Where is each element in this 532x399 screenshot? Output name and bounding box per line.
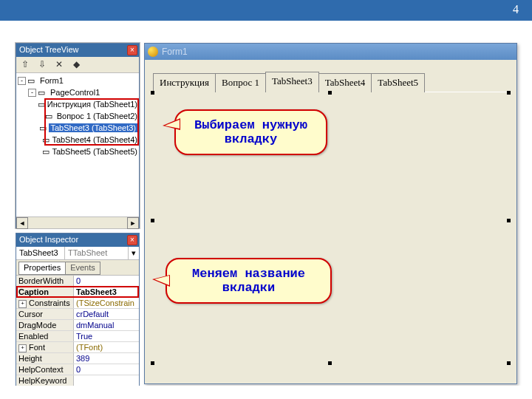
chevron-down-icon[interactable]: ▾ bbox=[128, 247, 139, 259]
treeview-body[interactable]: -▭Form1-▭PageControl1▭Инструкция (TabShe… bbox=[16, 73, 139, 216]
inspector-row-helptype[interactable]: HelpTypehtContext bbox=[16, 386, 139, 398]
inspector-prop-value[interactable]: 0 bbox=[74, 364, 139, 375]
tree-item-label: Вопрос 1 (TabSheet2) bbox=[57, 112, 137, 120]
page-icon: ▭ bbox=[42, 135, 50, 144]
close-icon[interactable]: × bbox=[127, 45, 137, 55]
inspector-prop-value[interactable] bbox=[74, 375, 139, 386]
selection-handle[interactable] bbox=[151, 361, 154, 365]
selection-handle[interactable] bbox=[151, 91, 154, 95]
inspector-prop-name: DragMode bbox=[16, 320, 74, 330]
tab-events[interactable]: Events bbox=[65, 262, 100, 275]
inspector-prop-value[interactable]: True bbox=[74, 331, 139, 341]
inspector-row-helpcontext[interactable]: HelpContext0 bbox=[16, 364, 139, 375]
inspector-object-class: TTabSheet bbox=[65, 247, 128, 259]
page-icon: ▭ bbox=[45, 112, 54, 120]
inspector-prop-value[interactable]: htContext bbox=[74, 386, 139, 397]
inspector-object-name: TabSheet3 bbox=[16, 247, 65, 259]
tree-item-form1[interactable]: -▭Form1 bbox=[18, 75, 137, 86]
inspector-prop-name: Constraints bbox=[16, 298, 74, 308]
selection-handle[interactable] bbox=[507, 219, 511, 222]
toolbar-btn-1[interactable]: ⇧ bbox=[18, 58, 33, 71]
scroll-left-icon[interactable]: ◄ bbox=[16, 217, 28, 229]
selection-handle[interactable] bbox=[328, 91, 332, 95]
tab-properties[interactable]: Properties bbox=[18, 262, 66, 275]
callout-tail-fill bbox=[154, 276, 169, 285]
tree-item-tabsheet5[interactable]: ▭TabSheet5 (TabSheet5) bbox=[18, 146, 137, 157]
tree-item-label: TabSheet3 (TabSheet3) bbox=[49, 123, 137, 132]
toolbar-btn-2[interactable]: ⇩ bbox=[35, 58, 50, 71]
object-treeview-title: Object TreeView bbox=[19, 45, 79, 54]
inspector-prop-value[interactable]: (TSizeConstrain bbox=[74, 298, 139, 308]
form-designer-window: Form1 ИнструкцияВопрос 1TabSheet3TabShee… bbox=[144, 43, 517, 384]
form-tab-0[interactable]: Инструкция bbox=[153, 73, 216, 92]
inspector-prop-name: Height bbox=[16, 353, 74, 364]
treeview-h-scrollbar[interactable]: ◄ ► bbox=[16, 216, 139, 228]
form-tab-1[interactable]: Вопрос 1 bbox=[215, 73, 266, 92]
tree-item-label: TabSheet5 (TabSheet5) bbox=[52, 147, 137, 156]
inspector-prop-name: HelpType bbox=[16, 386, 74, 397]
inspector-row-cursor[interactable]: CursorcrDefault bbox=[16, 309, 139, 320]
tree-item-label: Form1 bbox=[40, 76, 64, 85]
inspector-property-grid[interactable]: BorderWidth0CaptionTabSheet3Constraints(… bbox=[16, 275, 139, 398]
tree-item-label: Инструкция (TabSheet1) bbox=[47, 100, 137, 109]
selection-handle[interactable] bbox=[507, 361, 511, 365]
slide-title-bar: 4 bbox=[0, 0, 532, 21]
page-control-tabs: ИнструкцияВопрос 1TabSheet3TabSheet4TabS… bbox=[153, 70, 509, 92]
object-inspector-panel: Object Inspector × TabSheet3 TTabSheet ▾… bbox=[16, 233, 140, 386]
tree-item-tabsheet4[interactable]: ▭TabSheet4 (TabSheet4) bbox=[18, 134, 137, 146]
close-icon[interactable]: × bbox=[127, 235, 137, 245]
callout-rename-tab: Меняем название вкладки bbox=[166, 258, 332, 304]
form-icon bbox=[148, 47, 158, 57]
inspector-row-constraints[interactable]: Constraints(TSizeConstrain bbox=[16, 298, 139, 309]
form-tab-2[interactable]: TabSheet3 bbox=[265, 72, 319, 92]
tree-expander-icon[interactable]: - bbox=[18, 77, 26, 85]
page-icon: ▭ bbox=[38, 100, 45, 109]
inspector-row-font[interactable]: Font(TFont) bbox=[16, 342, 139, 353]
tree-item-tabsheet3[interactable]: ▭TabSheet3 (TabSheet3) bbox=[18, 122, 137, 134]
scroll-right-icon[interactable]: ► bbox=[127, 217, 139, 229]
inspector-prop-value[interactable]: 0 bbox=[74, 276, 139, 286]
toolbar-btn-3[interactable]: ✕ bbox=[52, 58, 66, 71]
inspector-row-enabled[interactable]: EnabledTrue bbox=[16, 331, 139, 342]
treeview-toolbar: ⇧ ⇩ ✕ ◆ bbox=[16, 57, 139, 73]
form-tab-3[interactable]: TabSheet4 bbox=[318, 73, 372, 92]
inspector-tabs: Properties Events bbox=[16, 260, 139, 275]
inspector-prop-name: BorderWidth bbox=[16, 276, 74, 286]
inspector-row-caption[interactable]: CaptionTabSheet3 bbox=[16, 287, 139, 298]
tree-item-tabsheet1[interactable]: ▭Инструкция (TabSheet1) bbox=[18, 98, 137, 110]
tree-item-label: TabSheet4 (TabSheet4) bbox=[52, 135, 137, 144]
tree-item-pagecontrol1[interactable]: -▭PageControl1 bbox=[18, 86, 137, 98]
inspector-prop-value[interactable]: 389 bbox=[74, 353, 139, 364]
inspector-prop-name: HelpKeyword bbox=[16, 375, 74, 386]
callout-select-tab: Выбираем нужную вкладку bbox=[174, 109, 327, 155]
page-icon: ▭ bbox=[42, 147, 50, 156]
form-titlebar: Form1 bbox=[145, 44, 516, 60]
inspector-row-dragmode[interactable]: DragModedmManual bbox=[16, 320, 139, 331]
inspector-prop-value[interactable]: dmManual bbox=[74, 320, 139, 330]
form-title: Form1 bbox=[162, 47, 188, 57]
page-icon: ▭ bbox=[27, 76, 38, 85]
inspector-prop-name: Font bbox=[16, 342, 74, 352]
selection-handle[interactable] bbox=[151, 219, 154, 222]
inspector-prop-value[interactable]: TabSheet3 bbox=[74, 287, 139, 297]
inspector-prop-value[interactable]: crDefault bbox=[74, 309, 139, 319]
inspector-prop-name: Cursor bbox=[16, 309, 74, 319]
callout-tail-fill bbox=[165, 120, 180, 129]
tree-item-tabsheet2[interactable]: ▭Вопрос 1 (TabSheet2) bbox=[18, 110, 137, 122]
inspector-object-selector[interactable]: TabSheet3 TTabSheet ▾ bbox=[16, 247, 139, 260]
selection-handle[interactable] bbox=[328, 361, 332, 365]
object-treeview-titlebar: Object TreeView × bbox=[16, 44, 139, 57]
form-tab-4[interactable]: TabSheet5 bbox=[371, 73, 425, 92]
inspector-row-borderwidth[interactable]: BorderWidth0 bbox=[16, 276, 139, 287]
inspector-row-height[interactable]: Height389 bbox=[16, 353, 139, 364]
page-icon: ▭ bbox=[38, 88, 48, 97]
object-inspector-title: Object Inspector bbox=[19, 235, 78, 244]
inspector-row-helpkeyword[interactable]: HelpKeyword bbox=[16, 375, 139, 386]
inspector-prop-name: Caption bbox=[16, 287, 74, 297]
form-client-area: ИнструкцияВопрос 1TabSheet3TabSheet4TabS… bbox=[145, 60, 516, 383]
inspector-prop-value[interactable]: (TFont) bbox=[74, 342, 139, 352]
page-icon: ▭ bbox=[39, 123, 47, 132]
selection-handle[interactable] bbox=[507, 91, 511, 95]
toolbar-btn-4[interactable]: ◆ bbox=[69, 58, 83, 71]
tree-expander-icon[interactable]: - bbox=[28, 89, 36, 97]
